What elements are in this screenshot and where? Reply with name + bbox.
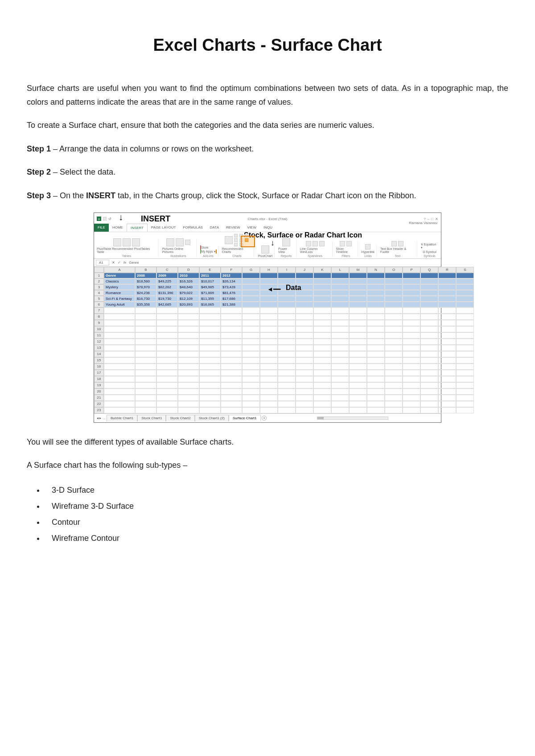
cell[interactable]: [242, 364, 260, 370]
cell[interactable]: [331, 290, 349, 296]
row-number[interactable]: 18: [94, 376, 104, 382]
row-number[interactable]: 23: [94, 407, 104, 413]
cell[interactable]: [278, 351, 296, 357]
row-number[interactable]: 11: [94, 332, 104, 339]
cell[interactable]: [313, 382, 331, 388]
column-header[interactable]: E: [199, 267, 221, 273]
cell[interactable]: [403, 345, 420, 351]
save-icon[interactable]: [103, 217, 107, 221]
cell[interactable]: [296, 395, 313, 401]
cell[interactable]: [178, 345, 199, 351]
cell[interactable]: [156, 364, 178, 370]
row-number[interactable]: 16: [94, 364, 104, 370]
cell[interactable]: [260, 364, 278, 370]
cell[interactable]: [367, 364, 385, 370]
new-sheet-button[interactable]: +: [262, 416, 267, 421]
column-chart-icon[interactable]: [234, 234, 238, 237]
cell[interactable]: [331, 351, 349, 357]
cell[interactable]: [242, 351, 260, 357]
cell[interactable]: $10,017: [199, 278, 221, 284]
cell[interactable]: [385, 296, 403, 302]
cell[interactable]: $49,985: [199, 284, 221, 290]
cell[interactable]: [156, 314, 178, 320]
cell[interactable]: [242, 273, 260, 278]
cell[interactable]: [199, 364, 221, 370]
cell[interactable]: [420, 332, 438, 339]
row-number[interactable]: 2: [94, 278, 104, 284]
cell[interactable]: [313, 351, 331, 357]
row-number[interactable]: 6: [94, 302, 104, 307]
cell[interactable]: [278, 314, 296, 320]
column-header[interactable]: J: [296, 267, 313, 273]
cell[interactable]: [178, 401, 199, 407]
cell[interactable]: [260, 314, 278, 320]
cell[interactable]: [438, 326, 456, 332]
cell[interactable]: [456, 290, 474, 296]
cell[interactable]: [438, 307, 456, 314]
cell[interactable]: [367, 388, 385, 395]
column-header[interactable]: R: [438, 267, 456, 273]
cell[interactable]: [156, 326, 178, 332]
cell[interactable]: [221, 407, 242, 413]
cell[interactable]: [313, 320, 331, 326]
sheet-nav-prev-icon[interactable]: ▸: [99, 416, 101, 420]
cell[interactable]: [438, 401, 456, 407]
cancel-icon[interactable]: ✕: [112, 261, 115, 265]
cell[interactable]: [456, 351, 474, 357]
cell[interactable]: [385, 302, 403, 307]
cell[interactable]: [199, 345, 221, 351]
cell[interactable]: [156, 376, 178, 382]
cell[interactable]: [221, 388, 242, 395]
cell[interactable]: [385, 326, 403, 332]
cell[interactable]: [456, 370, 474, 376]
help-icon[interactable]: ?: [424, 217, 425, 221]
row-number[interactable]: 21: [94, 395, 104, 401]
cell[interactable]: $21,388: [221, 302, 242, 307]
tab-home[interactable]: HOME: [109, 224, 127, 232]
cell[interactable]: [367, 382, 385, 388]
cell[interactable]: [178, 407, 199, 413]
cell[interactable]: [278, 320, 296, 326]
cell[interactable]: [104, 314, 135, 320]
cell[interactable]: [331, 345, 349, 351]
cell[interactable]: [438, 339, 456, 345]
cell[interactable]: [104, 395, 135, 401]
cell[interactable]: [221, 370, 242, 376]
cell[interactable]: [260, 370, 278, 376]
cell[interactable]: [420, 401, 438, 407]
cell[interactable]: [367, 376, 385, 382]
cell[interactable]: [438, 351, 456, 357]
column-header[interactable]: Q: [420, 267, 438, 273]
pie-chart-icon[interactable]: [234, 238, 238, 242]
sparkline-column-icon[interactable]: [313, 241, 318, 246]
cell[interactable]: [199, 388, 221, 395]
cell[interactable]: [135, 332, 156, 339]
cell[interactable]: [278, 401, 296, 407]
cell[interactable]: [242, 296, 260, 302]
cell[interactable]: [349, 290, 367, 296]
shapes-icon[interactable]: [185, 240, 190, 245]
cell[interactable]: [331, 401, 349, 407]
cell[interactable]: [331, 388, 349, 395]
cell[interactable]: $82,262: [156, 284, 178, 290]
cell[interactable]: [313, 339, 331, 345]
cell[interactable]: [438, 370, 456, 376]
cell[interactable]: [349, 364, 367, 370]
cell[interactable]: [278, 332, 296, 339]
name-box[interactable]: A1: [96, 260, 109, 266]
cell[interactable]: [367, 307, 385, 314]
cell[interactable]: 2010: [178, 273, 199, 278]
cell[interactable]: Classics: [104, 278, 135, 284]
cell[interactable]: [135, 407, 156, 413]
cell[interactable]: [313, 314, 331, 320]
cell[interactable]: [296, 339, 313, 345]
cell[interactable]: [178, 357, 199, 364]
cell[interactable]: [221, 351, 242, 357]
cell[interactable]: [260, 357, 278, 364]
cell[interactable]: [385, 382, 403, 388]
cell[interactable]: [349, 345, 367, 351]
cell[interactable]: [420, 364, 438, 370]
cell[interactable]: [349, 284, 367, 290]
cell[interactable]: [313, 290, 331, 296]
cell[interactable]: [438, 296, 456, 302]
